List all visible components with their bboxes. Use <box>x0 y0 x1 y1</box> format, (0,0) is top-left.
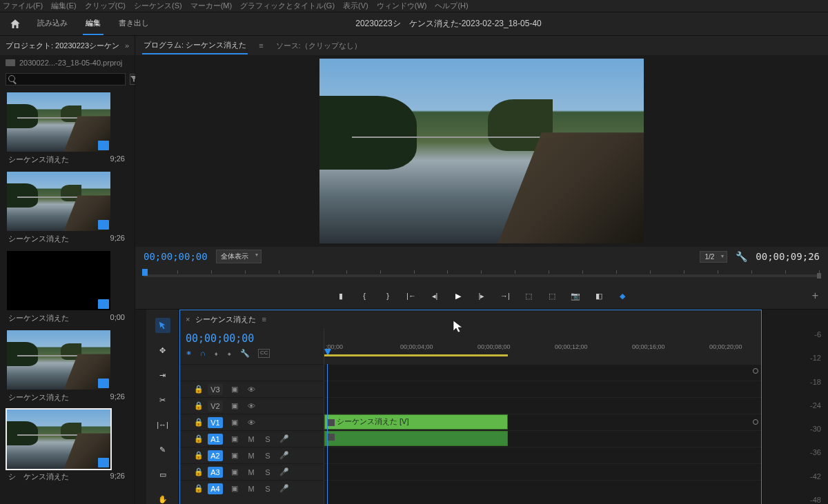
snap-icon[interactable]: ⁕ <box>186 349 192 358</box>
timeline-timecode[interactable]: 00;00;00;00 <box>186 332 318 345</box>
menu-view[interactable]: 表示(V) <box>343 1 368 11</box>
track-header-a1[interactable]: 🔒A1▣MS🎤 <box>180 430 324 447</box>
solo-button[interactable]: S <box>263 435 273 443</box>
track-label[interactable]: V3 <box>208 384 223 395</box>
program-scrub-bar[interactable] <box>135 266 828 283</box>
extract-button[interactable]: ⬚ <box>546 290 558 301</box>
bin-clip[interactable]: シーケンス消えた9;26 <box>7 172 126 247</box>
menu-file[interactable]: ファイル(F) <box>3 1 43 11</box>
track-select-tool[interactable]: ✥ <box>155 343 170 358</box>
track-label[interactable]: V1 <box>208 417 223 428</box>
panel-menu-icon[interactable]: ≡ <box>259 41 263 50</box>
button-editor-icon[interactable]: + <box>812 290 818 302</box>
marker-icon[interactable]: ⬧ <box>214 349 219 358</box>
track-header-a4[interactable]: 🔒A4▣MS🎤 <box>180 480 324 496</box>
track-header-v1[interactable]: 🔒V1▣👁 <box>180 414 324 430</box>
sync-lock-icon[interactable]: ▣ <box>230 401 239 410</box>
track-header-a2[interactable]: 🔒A2▣MS🎤 <box>180 447 324 463</box>
eye-icon[interactable]: 👁 <box>246 419 256 427</box>
mute-button[interactable]: M <box>246 468 256 476</box>
project-file-row[interactable]: 2030022...-23_18-05-40.prproj <box>0 55 135 70</box>
slip-tool[interactable]: |↔| <box>155 417 170 432</box>
hand-tool[interactable]: ✋ <box>155 492 170 504</box>
track-label[interactable]: A4 <box>208 483 223 494</box>
work-area-bar[interactable] <box>324 354 508 356</box>
source-tab[interactable]: ソース:（クリップなし） <box>275 38 363 54</box>
solo-button[interactable]: S <box>263 452 273 460</box>
cc-icon[interactable]: CC <box>258 349 270 358</box>
voice-over-icon[interactable]: 🎤 <box>279 467 289 476</box>
ripple-edit-tool[interactable]: ⇥ <box>155 367 170 383</box>
menu-graphics[interactable]: グラフィックとタイトル(G) <box>240 1 335 11</box>
menu-clip[interactable]: クリップ(C) <box>85 1 126 11</box>
mute-button[interactable]: M <box>246 485 256 493</box>
close-icon[interactable]: × <box>186 315 190 323</box>
eye-icon[interactable]: 👁 <box>246 385 256 394</box>
solo-button[interactable]: S <box>263 485 273 493</box>
track-header-a3[interactable]: 🔒A3▣MS🎤 <box>180 463 324 480</box>
timeline-tracks-area[interactable]: シーケンス消えた [V] <box>324 364 761 504</box>
lock-icon[interactable]: 🔒 <box>194 385 201 394</box>
mark-in-button[interactable]: { <box>359 290 370 301</box>
workspace-import[interactable]: 読み込み <box>34 12 70 35</box>
menu-help[interactable]: ヘルプ(H) <box>435 1 468 11</box>
menu-sequence[interactable]: シーケンス(S) <box>134 1 182 11</box>
comparison-button[interactable]: ◧ <box>593 290 604 301</box>
linked-selection-icon[interactable]: ∩ <box>200 349 206 358</box>
go-to-in-button[interactable]: |← <box>406 290 417 301</box>
lock-icon[interactable]: 🔒 <box>194 434 201 443</box>
timeline-sequence-title[interactable]: シーケンス消えた <box>195 314 256 325</box>
selection-tool[interactable] <box>155 318 170 333</box>
marker2-icon[interactable]: ⬥ <box>227 349 232 358</box>
wrench-icon[interactable]: 🔧 <box>240 349 250 358</box>
track-header-v3[interactable]: 🔒V3▣👁 <box>180 381 324 397</box>
video-clip[interactable]: シーケンス消えた [V] <box>324 414 508 430</box>
timecode-current[interactable]: 00;00;00;00 <box>144 251 208 262</box>
sync-lock-icon[interactable]: ▣ <box>230 434 239 443</box>
track-label[interactable]: A1 <box>208 434 223 445</box>
lock-icon[interactable]: 🔒 <box>194 451 201 460</box>
voice-over-icon[interactable]: 🎤 <box>279 484 289 493</box>
home-icon[interactable] <box>0 18 30 30</box>
playhead-line[interactable] <box>327 364 328 504</box>
lift-button[interactable]: ⬚ <box>523 290 534 301</box>
menu-edit[interactable]: 編集(E) <box>51 1 77 11</box>
bin-clip[interactable]: シーケンス消えた9;26 <box>7 92 126 168</box>
lock-icon[interactable]: 🔒 <box>194 401 201 410</box>
resolution-dropdown[interactable]: 1/2 <box>700 251 727 263</box>
eye-icon[interactable]: 👁 <box>246 402 256 410</box>
lock-icon[interactable]: 🔒 <box>194 484 201 493</box>
program-tab[interactable]: プログラム: シーケンス消えた <box>142 37 248 54</box>
menu-marker[interactable]: マーカー(M) <box>190 1 233 11</box>
settings-icon[interactable]: 🔧 <box>736 251 747 262</box>
play-button[interactable]: ▶ <box>453 290 464 301</box>
step-forward-button[interactable]: |▸ <box>476 290 487 301</box>
sync-lock-icon[interactable]: ▣ <box>230 484 239 493</box>
solo-button[interactable]: S <box>263 468 273 476</box>
track-label[interactable]: A3 <box>208 467 223 478</box>
sync-lock-icon[interactable]: ▣ <box>230 451 239 460</box>
lock-icon[interactable]: 🔒 <box>194 418 201 427</box>
panel-overflow-icon[interactable]: » <box>125 41 129 50</box>
sync-lock-icon[interactable]: ▣ <box>230 385 239 394</box>
voice-over-icon[interactable]: 🎤 <box>279 434 289 443</box>
menu-window[interactable]: ウィンドウ(W) <box>377 1 427 11</box>
track-header-v2[interactable]: 🔒V2▣👁 <box>180 397 324 414</box>
monitor-viewport[interactable] <box>135 55 828 247</box>
bin-clip[interactable]: シーケンス消えた0;00 <box>7 251 126 326</box>
mark-out-button[interactable]: } <box>382 290 393 301</box>
bin-clip[interactable]: シーケンス消えた9;26 <box>7 330 126 405</box>
timeline-ruler[interactable]: ;00;00 00;00;04;00 00;00;08;00 00;00;12;… <box>324 328 761 364</box>
fit-dropdown[interactable]: 全体表示 <box>216 250 262 263</box>
lock-icon[interactable]: 🔒 <box>194 467 201 476</box>
mute-button[interactable]: M <box>246 435 256 443</box>
sync-lock-icon[interactable]: ▣ <box>230 467 239 476</box>
add-marker-button[interactable]: ▮ <box>335 290 346 301</box>
export-frame-button[interactable]: 📷 <box>570 290 581 301</box>
workspace-export[interactable]: 書き出し <box>116 12 152 35</box>
bin-clip[interactable]: シ ケンス消えた9;26 <box>7 410 126 485</box>
scrub-playhead[interactable] <box>142 269 148 276</box>
workspace-edit[interactable]: 編集 <box>83 12 103 35</box>
sync-lock-icon[interactable]: ▣ <box>230 418 239 427</box>
proxy-toggle-button[interactable]: ◆ <box>617 290 628 301</box>
